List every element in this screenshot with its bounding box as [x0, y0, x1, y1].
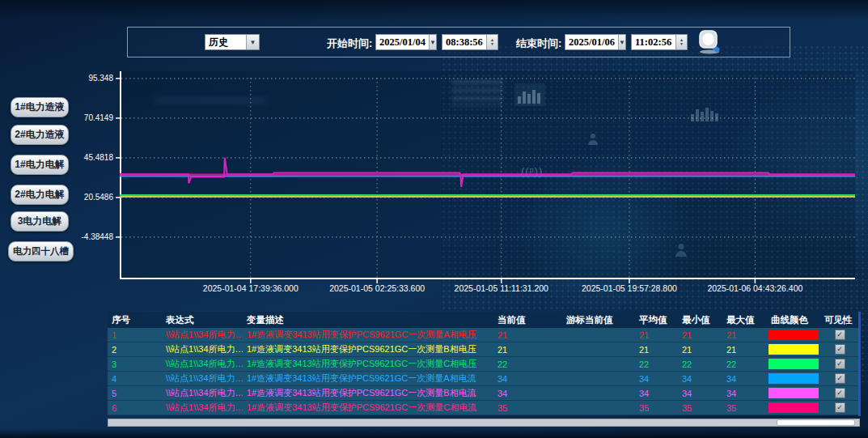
table-right-scrollbar[interactable]: [858, 312, 861, 416]
cell-min: 21: [678, 342, 722, 357]
cell-avg: 21: [635, 342, 678, 357]
curve-color-swatch[interactable]: [768, 330, 819, 340]
y-tick-label: 95.348: [66, 74, 113, 83]
curve-color-swatch[interactable]: [768, 344, 819, 355]
cell-expression: \\站点1\\34所电力…: [162, 401, 243, 415]
cell-avg: 34: [635, 386, 678, 401]
cell-min: 22: [678, 357, 722, 372]
column-header: 最小值: [678, 312, 722, 328]
sidebar-button-power-48-cells[interactable]: 电力四十八槽: [8, 241, 74, 262]
table-row[interactable]: 1\\站点1\\34所电力…1#造液调变3413站用变保护PCS9621GC一次…: [108, 328, 859, 342]
cell-avg: 34: [635, 372, 678, 386]
cell-current: 22: [493, 357, 562, 372]
column-header: 曲线颜色: [767, 312, 820, 328]
cell-curve-color: [767, 328, 820, 342]
scrollbar-thumb[interactable]: [777, 419, 855, 426]
cell-description: 1#造液调变3413站用变保护PCS9621GC一次测量A相电流: [243, 372, 493, 386]
end-date-input[interactable]: 2025/01/06 ▼: [565, 34, 626, 50]
chevron-down-icon[interactable]: ▼: [618, 35, 625, 49]
cell-index: 1: [108, 328, 162, 342]
cell-min: 34: [678, 372, 722, 386]
visibility-checkbox[interactable]: ✓: [835, 359, 845, 369]
cell-avg: 21: [635, 328, 678, 342]
y-tick-label: 20.5486: [66, 193, 113, 202]
visibility-checkbox[interactable]: ✓: [835, 402, 845, 413]
cell-avg: 35: [635, 401, 678, 415]
sidebar-button-3-power-electrolysis[interactable]: 3电力电解: [11, 211, 69, 232]
cell-visibility: ✓: [820, 342, 859, 357]
end-time-label: 结束时间:: [516, 36, 561, 51]
cell-curve-color: [767, 357, 820, 372]
y-tick-label: 70.4149: [66, 113, 113, 122]
cell-curve-color: [767, 386, 820, 401]
curve-color-swatch[interactable]: [768, 402, 819, 413]
trend-chart: [120, 71, 855, 279]
cell-cursor-value: [562, 372, 635, 386]
cell-index: 5: [108, 386, 162, 401]
cell-expression: \\站点1\\34所电力…: [162, 372, 243, 386]
mode-select[interactable]: 历史 ▼: [205, 34, 260, 50]
cell-min: 34: [678, 386, 722, 401]
search-button[interactable]: [692, 28, 731, 56]
start-clock-input[interactable]: 08:38:56 ▲▼: [442, 34, 498, 50]
x-tick-label: 2025-01-05 19:57:28.800: [557, 283, 702, 293]
cell-visibility: ✓: [820, 401, 859, 415]
cell-index: 4: [108, 372, 162, 386]
curve-color-swatch[interactable]: [768, 359, 819, 369]
top-shade: [0, 0, 868, 21]
cell-visibility: ✓: [820, 372, 859, 386]
table-row[interactable]: 2\\站点1\\34所电力…1#造液调变3413站用变保护PCS9621GC一次…: [108, 342, 859, 357]
visibility-checkbox[interactable]: ✓: [835, 330, 845, 340]
cell-description: 1#造液调变3413站用变保护PCS9621GC一次测量A相电压: [243, 328, 493, 342]
sidebar-button-1-power-electrolysis[interactable]: 1#电力电解: [11, 155, 69, 175]
horizontal-scrollbar[interactable]: [108, 419, 860, 427]
cell-min: 21: [678, 328, 722, 342]
app-window: ((ᵖ)) 历史 ▼ 开始时间: 2025/01/04 ▼ 08:38:56 ▲…: [0, 0, 868, 438]
cell-cursor-value: [562, 342, 635, 357]
cell-max: 22: [722, 357, 767, 372]
end-clock-input[interactable]: 11:02:56 ▲▼: [631, 34, 688, 50]
column-header: 变量描述: [243, 312, 493, 328]
sidebar-button-2-power-electrolysis[interactable]: 2#电力电解: [11, 185, 69, 205]
cell-cursor-value: [562, 357, 635, 372]
cell-current: 21: [493, 328, 562, 342]
cell-description: 1#造液调变3413站用变保护PCS9621GC一次测量B相电流: [243, 386, 493, 401]
cell-max: 34: [722, 372, 767, 386]
curve-color-swatch[interactable]: [768, 388, 819, 398]
y-tick-label: 45.4818: [66, 153, 113, 162]
table-row[interactable]: 3\\站点1\\34所电力…1#造液调变3413站用变保护PCS9621GC一次…: [108, 357, 859, 372]
visibility-checkbox[interactable]: ✓: [835, 344, 845, 355]
cell-description: 1#造液调变3413站用变保护PCS9621GC一次测量B相电压: [243, 342, 493, 357]
cell-current: 21: [493, 342, 562, 357]
sidebar-button-1-power-liquor[interactable]: 1#电力造液: [11, 97, 69, 117]
cell-curve-color: [767, 342, 820, 357]
chevron-down-icon[interactable]: ▼: [429, 35, 436, 49]
x-tick-label: 2025-01-05 11:11:31.200: [429, 283, 574, 293]
table-row[interactable]: 5\\站点1\\34所电力…1#造液调变3413站用变保护PCS9621GC一次…: [108, 386, 859, 401]
cell-max: 21: [722, 328, 767, 342]
chevron-down-icon[interactable]: ▼: [246, 35, 259, 49]
column-header: 表达式: [162, 312, 243, 328]
cell-description: 1#造液调变3413站用变保护PCS9621GC一次测量C相电流: [243, 401, 493, 415]
start-time-label: 开始时间:: [327, 36, 372, 51]
column-header: 当前值: [493, 312, 562, 328]
sidebar-button-2-power-liquor[interactable]: 2#电力造液: [11, 125, 69, 145]
spinner-icon[interactable]: ▲▼: [675, 35, 687, 49]
cell-curve-color: [767, 401, 820, 415]
cell-expression: \\站点1\\34所电力…: [162, 357, 243, 372]
curve-color-swatch[interactable]: [768, 373, 819, 384]
column-header: 可见性: [820, 312, 859, 328]
cell-max: 35: [722, 401, 767, 415]
spinner-icon[interactable]: ▲▼: [486, 35, 498, 49]
column-header: 最大值: [722, 312, 767, 328]
table-row[interactable]: 6\\站点1\\34所电力…1#造液调变3413站用变保护PCS9621GC一次…: [108, 401, 859, 415]
cell-visibility: ✓: [820, 328, 859, 342]
cell-cursor-value: [562, 401, 635, 415]
cell-expression: \\站点1\\34所电力…: [162, 342, 243, 357]
series-line: [120, 158, 855, 187]
visibility-checkbox[interactable]: ✓: [835, 373, 845, 384]
visibility-checkbox[interactable]: ✓: [835, 388, 845, 398]
table-row[interactable]: 4\\站点1\\34所电力…1#造液调变3413站用变保护PCS9621GC一次…: [108, 372, 859, 386]
start-date-input[interactable]: 2025/01/04 ▼: [375, 34, 437, 50]
mode-select-value: 历史: [205, 36, 246, 49]
